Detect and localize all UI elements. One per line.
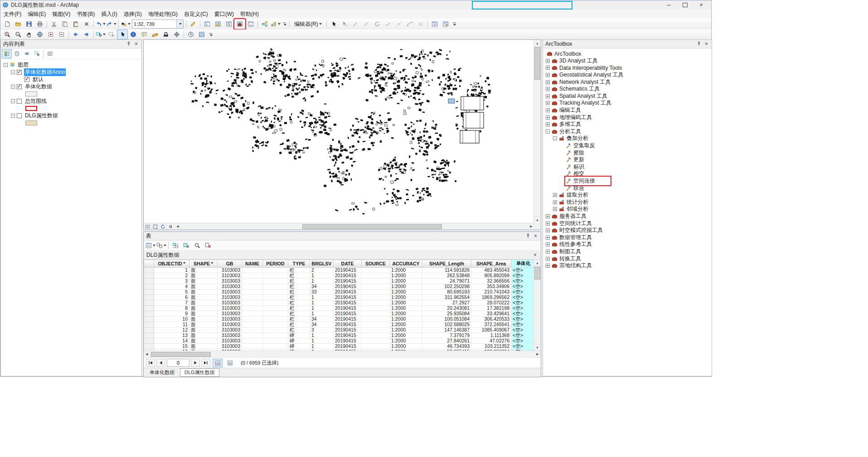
toolbox-item-label[interactable]: 宗地结构工具 <box>558 262 593 269</box>
table-cell[interactable]: 103.211352 <box>471 344 511 349</box>
table-cell[interactable]: 147.146387 <box>422 327 471 333</box>
table-cell[interactable]: 栏 <box>288 311 310 317</box>
menu-item-3[interactable]: 视图(V) <box>49 10 73 19</box>
tree-expander[interactable]: + <box>553 200 557 204</box>
tree-expander[interactable]: + <box>546 257 550 261</box>
table-cell[interactable]: 483.455043 <box>471 268 511 273</box>
cut-button[interactable] <box>48 19 59 29</box>
table-cell[interactable]: <空> <box>511 327 536 333</box>
table-cell[interactable] <box>242 284 263 289</box>
table-cell[interactable]: 1 <box>310 295 334 300</box>
table-cell[interactable]: 20190415 <box>334 311 362 317</box>
table-vertical-scrollbar[interactable]: ▲ ▼ <box>533 260 541 351</box>
record-number-input[interactable] <box>167 359 189 367</box>
table-cell[interactable]: 3103003 <box>218 273 242 279</box>
table-cell[interactable]: 1869.296562 <box>471 295 511 300</box>
table-cell[interactable]: <空> <box>511 317 536 322</box>
tree-expander[interactable]: + <box>546 80 550 84</box>
table-cell[interactable]: 2 <box>310 268 334 273</box>
table-cell[interactable]: 262.53848 <box>422 273 471 279</box>
fixed-zoom-in-button[interactable] <box>45 29 56 39</box>
table-cell[interactable]: <空> <box>511 268 536 273</box>
table-cell[interactable]: 27.2927 <box>422 300 471 306</box>
table-cell[interactable] <box>242 317 263 322</box>
tree-expander[interactable]: - <box>546 130 550 134</box>
table-cell[interactable]: 24.79071 <box>422 279 471 284</box>
table-cell[interactable] <box>362 273 390 279</box>
tree-expander[interactable]: + <box>553 207 557 211</box>
table-cell[interactable]: 102.250298 <box>422 284 471 289</box>
table-cell[interactable]: 3103003 <box>218 306 242 311</box>
tree-expander[interactable]: - <box>4 63 8 67</box>
row-selector-cell[interactable] <box>144 327 154 333</box>
table-cell[interactable]: 1:2000 <box>390 295 422 300</box>
table-cell[interactable]: 面 <box>189 317 218 322</box>
measure-button[interactable] <box>150 29 160 39</box>
tree-expander[interactable]: - <box>11 99 15 103</box>
table-cell[interactable]: 33 <box>310 289 334 295</box>
table-cell[interactable] <box>242 333 263 338</box>
table-cell[interactable]: 905.892099 <box>471 273 511 279</box>
layer-symbol-swatch[interactable] <box>25 106 37 111</box>
toolbox-item-label[interactable]: 相交 <box>572 170 586 178</box>
layer-symbol-swatch[interactable] <box>25 91 37 96</box>
endpoint-arc-button[interactable] <box>404 19 415 29</box>
table-cell[interactable]: 碑 <box>288 333 310 338</box>
tree-expander[interactable]: + <box>546 66 550 70</box>
model-builder-button[interactable] <box>259 19 270 29</box>
table-cell[interactable]: 20190415 <box>334 284 362 289</box>
table-cell[interactable]: 33.429641 <box>471 311 511 317</box>
zoom-out-button[interactable] <box>13 29 24 39</box>
row-selector-cell[interactable] <box>144 311 154 317</box>
table-cell[interactable]: 1 <box>310 279 334 284</box>
zoom-selected-button[interactable] <box>192 241 203 250</box>
table-cell[interactable]: 栏 <box>288 306 310 311</box>
table-cell[interactable] <box>362 295 390 300</box>
open-folder-button[interactable] <box>13 19 24 29</box>
table-of-contents-window-button[interactable] <box>202 19 213 29</box>
table-cell[interactable] <box>242 289 263 295</box>
scroll-right-icon[interactable]: ▶ <box>534 351 541 357</box>
tree-expander[interactable]: + <box>546 236 550 240</box>
table-cell[interactable]: 20190415 <box>334 327 362 333</box>
table-cell[interactable]: 面 <box>189 322 218 327</box>
table-cell[interactable] <box>242 327 263 333</box>
table-cell[interactable]: <空> <box>511 295 536 300</box>
tree-expander[interactable]: + <box>546 250 550 254</box>
pin-icon[interactable] <box>525 233 531 239</box>
table-cell[interactable]: 1 <box>310 306 334 311</box>
table-cell[interactable]: <空> <box>511 311 536 317</box>
toolbox-item-label[interactable]: 联合 <box>572 184 586 192</box>
table-cell[interactable] <box>362 317 390 322</box>
table-cell[interactable]: 4 <box>154 284 189 289</box>
row-selector-cell[interactable] <box>144 338 154 344</box>
table-cell[interactable]: 25.935084 <box>422 311 471 317</box>
scroll-down-icon[interactable]: ▼ <box>534 344 541 351</box>
layout-view-button[interactable] <box>151 224 159 230</box>
time-slider-button[interactable] <box>185 29 196 39</box>
table-cell[interactable]: 306.420533 <box>471 317 511 322</box>
table-cell[interactable]: <空> <box>511 322 536 327</box>
table-cell[interactable]: 3103003 <box>218 333 242 338</box>
row-selector-cell[interactable] <box>144 344 154 349</box>
table-cell[interactable]: 1 <box>154 268 189 273</box>
table-cell[interactable]: 3103003 <box>218 279 242 284</box>
arctoolbox-window-button[interactable] <box>234 19 245 29</box>
table-cell[interactable]: 14 <box>154 338 189 344</box>
table-dock-close-icon[interactable]: × <box>533 233 538 239</box>
sketch-pencil-button[interactable] <box>350 19 361 29</box>
table-cell[interactable]: 12 <box>154 327 189 333</box>
table-cell[interactable]: 面 <box>189 268 218 273</box>
save-button[interactable] <box>24 19 34 29</box>
pin-icon[interactable] <box>126 41 131 47</box>
menu-item-1[interactable]: 文件(F) <box>0 10 24 19</box>
column-header-11[interactable]: SHAPE_Length <box>422 260 471 268</box>
table-cell[interactable]: 8 <box>154 306 189 311</box>
undo-button[interactable] <box>95 19 106 29</box>
table-cell[interactable]: 3103003 <box>218 311 242 317</box>
del-selected-button[interactable] <box>203 241 213 250</box>
table-cell[interactable]: 1 <box>310 344 334 349</box>
previous-record-button[interactable] <box>156 359 165 367</box>
table-cell[interactable]: 27.840261 <box>422 338 471 344</box>
print-button[interactable] <box>34 19 45 29</box>
